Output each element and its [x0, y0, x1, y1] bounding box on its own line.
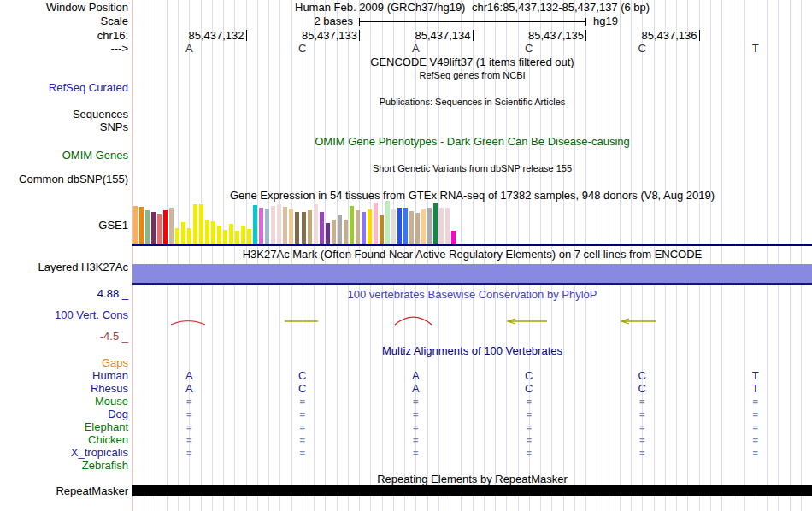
gtex-tissue-bar[interactable] — [350, 206, 354, 244]
multiz-base-letter[interactable]: T — [745, 383, 766, 395]
gtex-tissue-bar[interactable] — [344, 220, 348, 244]
gtex-tissue-bar[interactable] — [302, 212, 306, 244]
gtex-tissue-bar[interactable] — [271, 206, 275, 244]
gtex-tissue-bar[interactable] — [427, 208, 432, 244]
phylop-conservation-wiggle[interactable] — [132, 306, 812, 344]
multiz-identity-mark[interactable]: = — [745, 408, 766, 420]
gtex-tissue-bar[interactable] — [181, 222, 185, 244]
multiz-identity-mark[interactable]: = — [745, 421, 766, 433]
gtex-tissue-bar[interactable] — [151, 212, 156, 244]
multiz-identity-mark[interactable]: = — [179, 396, 199, 408]
gtex-tissue-bar[interactable] — [235, 231, 239, 244]
multiz-base-letter[interactable]: A — [405, 370, 426, 382]
track-label-species-zebrafish[interactable]: Zebrafish — [82, 460, 128, 472]
track-label-sequences[interactable]: Sequences — [73, 109, 128, 120]
multiz-identity-mark[interactable]: = — [745, 447, 766, 459]
gtex-tissue-bar[interactable] — [374, 203, 378, 244]
multiz-identity-mark[interactable]: = — [519, 447, 539, 459]
track-label-species-chicken[interactable]: Chicken — [88, 434, 128, 446]
multiz-identity-mark[interactable]: = — [179, 408, 199, 420]
multiz-identity-mark[interactable]: = — [179, 447, 199, 459]
multiz-identity-mark[interactable]: = — [745, 434, 766, 446]
multiz-identity-mark[interactable]: = — [519, 421, 539, 433]
track-label-species-x_tropicalis[interactable]: X_tropicalis — [71, 447, 128, 459]
gtex-tissue-bar[interactable] — [391, 209, 396, 244]
gtex-tissue-bar[interactable] — [320, 212, 324, 244]
multiz-identity-mark[interactable]: = — [745, 396, 766, 408]
gtex-tissue-bar[interactable] — [385, 201, 390, 244]
multiz-identity-mark[interactable]: = — [632, 447, 652, 459]
multiz-base-letter[interactable]: C — [292, 383, 313, 395]
multiz-identity-mark[interactable]: = — [292, 434, 313, 446]
multiz-identity-mark[interactable]: = — [292, 421, 313, 433]
gtex-tissue-bar[interactable] — [283, 207, 287, 244]
gtex-tissue-bar[interactable] — [139, 207, 144, 244]
track-label-species-rhesus[interactable]: Rhesus — [91, 383, 128, 395]
gtex-tissue-bar[interactable] — [175, 228, 179, 244]
gtex-tissue-bar[interactable] — [223, 230, 227, 244]
track-label-common-dbsnp[interactable]: Common dbSNP(155) — [19, 173, 128, 185]
multiz-identity-mark[interactable]: = — [632, 434, 652, 446]
multiz-identity-mark[interactable]: = — [405, 447, 426, 459]
gtex-tissue-bar[interactable] — [169, 208, 174, 244]
track-label-snps[interactable]: SNPs — [100, 121, 128, 133]
gtex-tissue-bar[interactable] — [380, 215, 384, 244]
multiz-identity-mark[interactable]: = — [632, 421, 652, 433]
multiz-identity-mark[interactable]: = — [405, 408, 426, 420]
gtex-tissue-bar[interactable] — [259, 208, 263, 244]
track-label-species-human[interactable]: Human — [92, 370, 128, 382]
multiz-base-letter[interactable]: C — [632, 383, 652, 395]
multiz-identity-mark[interactable]: = — [292, 447, 313, 459]
multiz-base-letter[interactable]: T — [745, 370, 766, 382]
multiz-base-letter[interactable]: C — [632, 370, 652, 382]
track-label-species-dog[interactable]: Dog — [108, 408, 128, 420]
h3k27ac-signal-bar[interactable] — [132, 264, 812, 283]
gtex-tissue-bar[interactable] — [211, 221, 215, 244]
gtex-tissue-bar[interactable] — [277, 204, 281, 244]
gtex-tissue-bar[interactable] — [415, 213, 420, 244]
gtex-tissue-bar[interactable] — [217, 226, 221, 244]
gtex-tissue-bar[interactable] — [265, 209, 269, 244]
gtex-tissue-bar[interactable] — [295, 212, 299, 244]
gtex-tissue-bar[interactable] — [229, 224, 233, 244]
repeatmasker-element-bar[interactable] — [132, 485, 812, 496]
gtex-tissue-bar[interactable] — [199, 204, 203, 244]
gtex-tissue-bar[interactable] — [133, 206, 138, 244]
multiz-identity-mark[interactable]: = — [632, 408, 652, 420]
gtex-tissue-bar[interactable] — [332, 220, 336, 244]
gtex-tissue-bar[interactable] — [433, 203, 438, 244]
gtex-tissue-bar[interactable] — [362, 212, 366, 244]
track-label-species-gaps[interactable]: Gaps — [102, 357, 128, 369]
track-label-vert-cons[interactable]: 100 Vert. Cons — [55, 309, 128, 321]
gtex-tissue-bar[interactable] — [314, 204, 318, 244]
multiz-identity-mark[interactable]: = — [632, 396, 652, 408]
gtex-tissue-bar[interactable] — [421, 209, 426, 244]
multiz-identity-mark[interactable]: = — [405, 434, 426, 446]
multiz-identity-mark[interactable]: = — [405, 421, 426, 433]
multiz-base-letter[interactable]: C — [292, 370, 313, 382]
multiz-identity-mark[interactable]: = — [292, 408, 313, 420]
multiz-base-letter[interactable]: A — [405, 383, 426, 395]
multiz-identity-mark[interactable]: = — [179, 421, 199, 433]
gtex-tissue-bar[interactable] — [241, 226, 245, 244]
multiz-base-letter[interactable]: C — [519, 383, 539, 395]
gtex-tissue-bar[interactable] — [326, 223, 330, 244]
multiz-base-letter[interactable]: A — [179, 383, 199, 395]
track-label-repeatmasker[interactable]: RepeatMasker — [56, 485, 128, 497]
gtex-tissue-bar[interactable] — [187, 228, 191, 244]
multiz-identity-mark[interactable]: = — [519, 396, 539, 408]
gtex-tissue-bar[interactable] — [289, 209, 293, 244]
gtex-tissue-bar[interactable] — [439, 208, 444, 244]
gtex-tissue-bar[interactable] — [247, 229, 251, 244]
gtex-gene-model-bar[interactable] — [132, 244, 812, 246]
multiz-base-letter[interactable]: C — [519, 370, 539, 382]
gtex-tissue-bar[interactable] — [338, 215, 342, 244]
track-label-refseq-curated[interactable]: RefSeq Curated — [49, 82, 128, 94]
multiz-identity-mark[interactable]: = — [519, 434, 539, 446]
track-label-species-elephant[interactable]: Elephant — [85, 421, 128, 433]
gtex-tissue-bar[interactable] — [205, 220, 209, 244]
multiz-identity-mark[interactable]: = — [405, 396, 426, 408]
gtex-tissue-bar[interactable] — [397, 208, 402, 244]
gtex-tissue-bar[interactable] — [157, 214, 162, 244]
track-label-species-mouse[interactable]: Mouse — [95, 396, 128, 408]
